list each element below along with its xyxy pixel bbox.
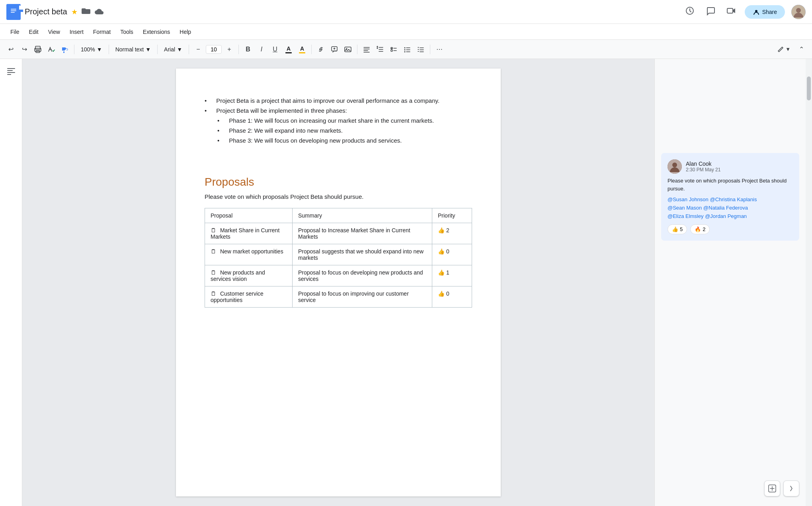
menu-bar: File Edit View Insert Format Tools Exten… [0, 24, 812, 40]
mention-christina[interactable]: @Christina Kaplanis [710, 196, 757, 202]
add-page-fab[interactable] [764, 481, 780, 496]
expand-fab[interactable] [783, 481, 799, 496]
table-row: 🗒 Market Share in Current Markets Propos… [205, 223, 472, 244]
menu-extensions[interactable]: Extensions [139, 27, 174, 37]
reaction-fire[interactable]: 🔥 2 [690, 224, 710, 234]
toolbar: ↩ ↪ 100% ▼ Normal text ▼ Arial ▼ − + B I… [0, 40, 812, 59]
text-color-button[interactable]: A [283, 43, 295, 55]
priority-cell-3: 👍 1 [432, 265, 472, 286]
svg-rect-5 [727, 8, 733, 13]
text-style-selector[interactable]: Normal text ▼ [112, 45, 154, 54]
menu-edit[interactable]: Edit [25, 27, 43, 37]
user-avatar[interactable] [791, 5, 806, 19]
underline-button[interactable]: U [269, 43, 281, 55]
redo-button[interactable]: ↪ [18, 43, 30, 55]
svg-rect-3 [11, 12, 15, 13]
bullet-text-4: Phase 2: We will expand into new markets… [229, 127, 343, 134]
video-icon[interactable] [724, 4, 738, 20]
mention-natalia[interactable]: @Natalia Federova [703, 205, 748, 211]
proposals-intro: Please vote on which proposals Project B… [205, 193, 472, 200]
insert-comment-button[interactable] [328, 43, 340, 55]
sidebar-left [0, 59, 22, 506]
spellcheck-button[interactable] [45, 43, 57, 55]
mention-jordan[interactable]: @Jordan Pegman [705, 213, 747, 219]
comment-author-name: Alan Cook [686, 161, 720, 167]
bullet-text-5: Phase 3: We will focus on developing new… [229, 137, 402, 144]
comment-panel: Alan Cook 2:30 PM May 21 Please vote on … [654, 59, 806, 506]
proposals-table: Proposal Summary Priority 🗒 Market Share… [205, 208, 472, 308]
increase-font-button[interactable]: + [223, 43, 235, 55]
proposal-name-4: Customer service opportunities [211, 290, 264, 303]
menu-insert[interactable]: Insert [66, 27, 88, 37]
priority-cell-4: 👍 0 [432, 286, 472, 308]
zoom-value: 100% [81, 46, 95, 53]
reaction-thumbsup[interactable]: 👍 5 [668, 224, 687, 234]
cloud-icon[interactable] [94, 7, 104, 16]
paint-format-button[interactable] [59, 43, 71, 55]
text-color-indicator: A [285, 45, 292, 53]
menu-help[interactable]: Help [176, 27, 195, 37]
print-button[interactable] [32, 43, 44, 55]
numbered-list-button[interactable] [415, 43, 427, 55]
collapse-toolbar-button[interactable]: ⌃ [795, 43, 807, 55]
zoom-dropdown-icon: ▼ [97, 46, 102, 53]
scroll-thumb[interactable] [807, 76, 811, 100]
divider-2 [109, 45, 109, 54]
menu-tools[interactable]: Tools [116, 27, 137, 37]
decrease-font-button[interactable]: − [192, 43, 204, 55]
reaction-fire-emoji: 🔥 [695, 226, 701, 232]
proposal-cell-1: 🗒 Market Share in Current Markets [205, 223, 293, 244]
line-spacing-button[interactable] [374, 43, 386, 55]
star-icon[interactable]: ★ [71, 8, 78, 16]
summary-cell-4: Proposal to focus on improving our custo… [293, 286, 432, 308]
outline-icon[interactable] [4, 65, 18, 80]
table-header-proposal: Proposal [205, 208, 293, 223]
document-page: Project Beta is a project that aims to i… [176, 69, 501, 496]
comment-reactions: 👍 5 🔥 2 [668, 224, 793, 234]
editing-mode-button[interactable]: ▼ [774, 43, 794, 55]
zoom-control[interactable]: 100% ▼ [78, 45, 105, 54]
comment-header: Alan Cook 2:30 PM May 21 [668, 159, 793, 174]
history-icon[interactable] [683, 4, 697, 20]
font-size-input[interactable] [206, 45, 222, 54]
table-header-priority: Priority [432, 208, 472, 223]
comment-meta: Alan Cook 2:30 PM May 21 [686, 161, 720, 173]
scrollbar-panel [806, 59, 812, 506]
menu-view[interactable]: View [44, 27, 64, 37]
document-area[interactable]: Project Beta is a project that aims to i… [22, 59, 654, 506]
bold-button[interactable]: B [242, 43, 254, 55]
document-title: Project beta [25, 7, 67, 16]
italic-button[interactable]: I [256, 43, 267, 55]
divider-3 [157, 45, 158, 54]
title-bar: Project beta ★ Share [0, 0, 812, 24]
comment-icon[interactable] [703, 4, 718, 20]
divider-5 [238, 45, 239, 54]
summary-cell-3: Proposal to focus on developing new prod… [293, 265, 432, 286]
svg-rect-17 [391, 50, 392, 51]
mention-susan[interactable]: @Susan Johnson [668, 196, 709, 202]
link-button[interactable] [315, 43, 327, 55]
svg-rect-9 [35, 46, 40, 49]
mention-sean[interactable]: @Sean Mason [668, 205, 702, 211]
bullet-text-3: Phase 1: We will focus on increasing our… [229, 117, 434, 124]
share-label: Share [762, 9, 777, 15]
align-button[interactable] [361, 43, 373, 55]
font-selector[interactable]: Arial ▼ [161, 45, 185, 54]
editing-mode-label: ▼ [785, 46, 791, 52]
share-button[interactable]: Share [745, 5, 785, 19]
undo-button[interactable]: ↩ [5, 43, 17, 55]
bottom-right-actions [764, 481, 799, 496]
menu-format[interactable]: Format [89, 27, 115, 37]
checklist-button[interactable] [388, 43, 400, 55]
insert-image-button[interactable] [342, 43, 354, 55]
bullet-item-2: Project Beta will be implemented in thre… [205, 107, 472, 114]
mention-eliza[interactable]: @Eliza Elmsley [668, 213, 704, 219]
bullet-list-button[interactable] [401, 43, 413, 55]
folder-icon[interactable] [82, 7, 90, 16]
menu-file[interactable]: File [6, 27, 23, 37]
comment-avatar [668, 159, 682, 174]
highlight-button[interactable]: A [296, 43, 308, 55]
priority-cell-2: 👍 0 [432, 244, 472, 265]
reaction-thumbsup-emoji: 👍 [672, 226, 678, 232]
more-options-button[interactable]: ⋯ [433, 43, 445, 55]
